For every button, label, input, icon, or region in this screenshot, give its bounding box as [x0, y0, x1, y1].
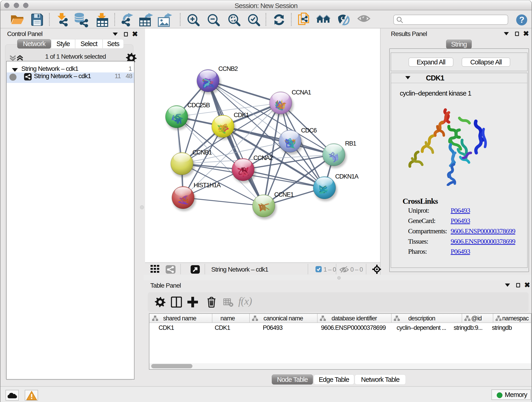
svg-text:CCNB2: CCNB2 — [218, 65, 238, 72]
svg-text:CDC25B: CDC25B — [187, 102, 210, 109]
svg-text:CCNB1: CCNB1 — [192, 149, 212, 156]
svg-text:CCNA1: CCNA1 — [292, 89, 311, 96]
svg-text:CCNE1: CCNE1 — [274, 191, 294, 198]
svg-text:RB1: RB1 — [345, 140, 356, 147]
svg-text:HIST1H1A: HIST1H1A — [194, 182, 221, 189]
svg-text:CCNA2: CCNA2 — [253, 154, 273, 161]
svg-text:CDC6: CDC6 — [301, 127, 317, 134]
svg-text:CDKN1A: CDKN1A — [335, 173, 359, 180]
svg-text:CDK1: CDK1 — [234, 112, 249, 119]
